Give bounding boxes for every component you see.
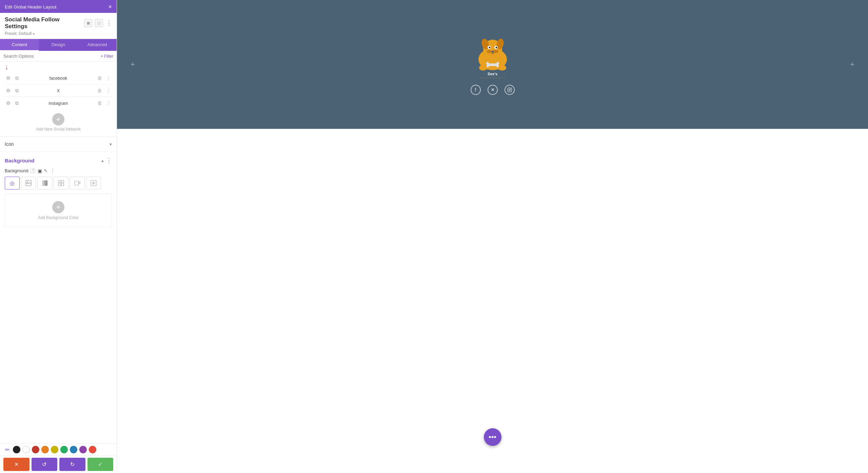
divider — [0, 152, 117, 152]
panel-content: + Filter ↓ ⚙ ⧉ facebook 🗑 ⋮ ⚙ ⧉ X 🗑 ⋮ — [0, 51, 117, 444]
color-swatch[interactable] — [51, 446, 58, 453]
x-twitter-icon[interactable]: ✕ — [488, 85, 498, 95]
svg-point-32 — [510, 88, 511, 89]
svg-rect-30 — [508, 88, 512, 92]
add-background-color-button[interactable]: + — [52, 201, 64, 213]
svg-point-26 — [498, 65, 506, 71]
instagram-icon[interactable] — [505, 85, 515, 95]
icon-section-title: Icon — [5, 141, 14, 147]
svg-rect-7 — [75, 181, 79, 185]
logo-image: Dee's ORGANIC PET FOOD — [469, 34, 516, 78]
preset-caret: ▾ — [33, 32, 35, 36]
add-social-button[interactable]: + — [52, 113, 64, 125]
svg-text:Dee's: Dee's — [488, 72, 497, 76]
background-section-header[interactable]: Background ▴ ⋮ — [0, 153, 117, 167]
trash-icon[interactable]: 🗑 — [96, 87, 103, 94]
floating-action-button[interactable]: ••• — [484, 428, 501, 446]
copy-icon[interactable]: ⧉ — [14, 100, 20, 106]
svg-rect-2 — [42, 180, 47, 186]
bg-type-pattern-button[interactable] — [54, 177, 68, 190]
chevron-down-icon: ▾ — [110, 142, 112, 147]
svg-point-21 — [486, 62, 489, 65]
copy-icon[interactable]: ⧉ — [14, 75, 20, 81]
tab-advanced[interactable]: Advanced — [78, 39, 117, 51]
search-bar: + Filter — [0, 51, 117, 62]
color-swatch[interactable] — [22, 446, 30, 453]
arrow-indicator: ↓ — [0, 62, 117, 72]
color-swatch[interactable] — [79, 446, 87, 453]
gear-icon[interactable]: ⚙ — [5, 87, 12, 94]
bg-type-video-button[interactable] — [70, 177, 85, 190]
bg-type-color-button[interactable]: ◎ — [5, 177, 20, 190]
plus-left-icon[interactable]: + — [131, 60, 135, 69]
top-bar: Edit Global Header Layout × — [0, 0, 117, 13]
facebook-icon[interactable]: f — [471, 85, 481, 95]
color-swatch[interactable] — [41, 446, 49, 453]
color-swatch[interactable] — [89, 446, 96, 453]
expand-icon-btn[interactable]: ⊞ — [84, 19, 92, 27]
color-swatch[interactable] — [32, 446, 39, 453]
tab-design[interactable]: Design — [39, 39, 78, 51]
spacer — [0, 233, 117, 253]
logo-area: Dee's ORGANIC PET FOOD f ✕ — [469, 34, 516, 95]
save-button[interactable]: ✓ — [87, 458, 114, 471]
color-swatch[interactable] — [70, 446, 77, 453]
color-swatch[interactable] — [60, 446, 68, 453]
svg-point-27 — [491, 51, 492, 51]
add-background-color-label: Add Background Color — [38, 215, 79, 220]
preview-section: + — [117, 0, 868, 129]
chevron-up-icon: ▴ — [101, 158, 104, 163]
trash-icon[interactable]: 🗑 — [96, 100, 103, 106]
icon-section-header[interactable]: Icon ▾ — [0, 138, 117, 150]
social-list: ⚙ ⧉ facebook 🗑 ⋮ ⚙ ⧉ X 🗑 ⋮ ⚙ ⧉ instagram… — [0, 72, 117, 109]
tab-content[interactable]: Content — [0, 39, 39, 51]
background-section-title: Background — [5, 158, 35, 163]
pen-icon[interactable]: ✏ — [3, 446, 11, 453]
device-icon[interactable]: ▣ — [38, 168, 42, 174]
svg-point-1 — [27, 181, 28, 182]
svg-rect-5 — [58, 183, 61, 186]
svg-text:ORGANIC PET FOOD: ORGANIC PET FOOD — [479, 77, 505, 78]
more-icon[interactable]: ⋮ — [105, 100, 112, 106]
svg-point-13 — [487, 50, 492, 53]
bg-label: Background — [5, 168, 28, 173]
module-dots-btn[interactable]: ⋮ — [106, 19, 112, 27]
down-arrow-icon: ↓ — [5, 63, 8, 71]
list-item: ⚙ ⧉ X 🗑 ⋮ — [3, 84, 113, 97]
svg-point-25 — [479, 65, 487, 71]
cancel-button[interactable]: ✕ — [3, 458, 29, 471]
window-icon-btn[interactable]: □ — [95, 19, 103, 27]
plus-right-icon[interactable]: + — [850, 60, 854, 69]
bg-type-other-button[interactable] — [86, 177, 101, 190]
svg-rect-6 — [61, 183, 64, 186]
svg-rect-4 — [61, 180, 64, 183]
bg-more-icon[interactable]: ⋮ — [50, 167, 55, 174]
bg-type-image-button[interactable] — [21, 177, 36, 190]
module-header: Social Media Follow Settings ⊞ □ ⋮ Prese… — [0, 13, 117, 39]
gear-icon[interactable]: ⚙ — [5, 100, 12, 106]
more-icon[interactable]: ⋮ — [105, 87, 112, 94]
svg-point-23 — [496, 62, 499, 65]
gear-icon[interactable]: ⚙ — [5, 75, 12, 81]
list-item: ⚙ ⧉ facebook 🗑 ⋮ — [3, 72, 113, 84]
trash-icon[interactable]: 🗑 — [96, 75, 103, 81]
section-more-icon[interactable]: ⋮ — [106, 157, 112, 164]
svg-point-14 — [494, 50, 498, 53]
copy-icon[interactable]: ⧉ — [14, 87, 20, 94]
svg-rect-20 — [488, 63, 498, 66]
more-icon[interactable]: ⋮ — [105, 75, 112, 81]
social-item-name: facebook — [22, 76, 94, 81]
color-swatch[interactable] — [13, 446, 20, 453]
search-input[interactable] — [3, 54, 99, 59]
help-icon[interactable]: ? — [30, 168, 36, 174]
svg-point-31 — [509, 89, 510, 91]
filter-button[interactable]: + Filter — [101, 54, 113, 59]
global-close-button[interactable]: × — [108, 4, 112, 10]
bg-type-gradient-button[interactable] — [37, 177, 52, 190]
svg-point-17 — [489, 47, 490, 48]
undo-button[interactable]: ↺ — [32, 458, 58, 471]
white-content-area: ••• — [117, 129, 868, 473]
redo-button[interactable]: ↻ — [59, 458, 85, 471]
cursor-icon[interactable]: ↖ — [44, 168, 48, 173]
social-item-name: X — [22, 88, 94, 93]
